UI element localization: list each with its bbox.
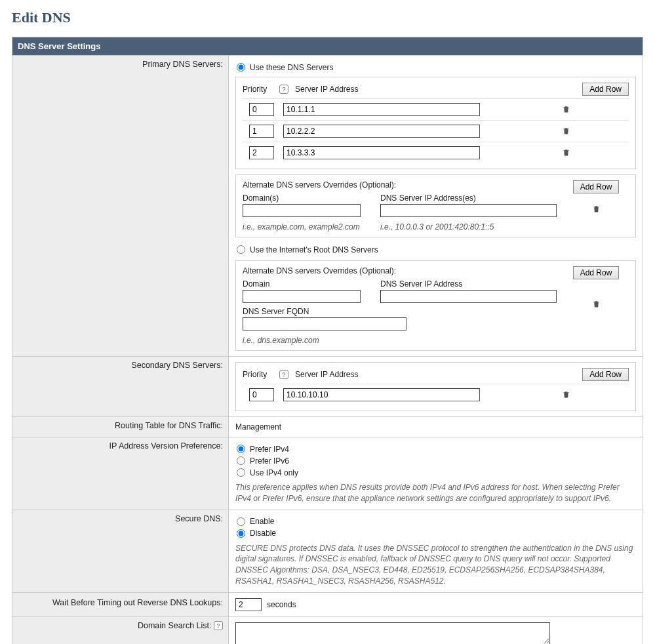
radio-secure-disable-label: Disable [250, 529, 276, 538]
radio-prefer-ipv6-label: Prefer IPv6 [250, 456, 289, 466]
radio-ipv4-only[interactable] [237, 468, 245, 477]
add-row-button[interactable]: Add Row [573, 266, 620, 279]
priority-input[interactable] [249, 146, 274, 159]
ippref-desc: This preference applies when DNS results… [235, 482, 636, 504]
radio-secure-enable-label: Enable [250, 517, 274, 526]
page-title: Edit DNS [12, 9, 643, 26]
add-row-button[interactable]: Add Row [582, 368, 629, 381]
server-ip-input[interactable] [283, 125, 480, 138]
trash-icon[interactable] [562, 390, 571, 400]
secondary-value-cell: Priority ? Server IP Address Add Row [229, 357, 643, 417]
wait-cell: seconds [229, 592, 643, 616]
table-row [243, 142, 629, 163]
routing-value: Management [229, 417, 643, 437]
radio-use-root[interactable] [237, 245, 245, 254]
secure-label: Secure DNS: [12, 510, 229, 592]
alt2-title: Alternate DNS servers Overrides (Optiona… [243, 266, 557, 275]
radio-ipv4-only-label: Use IPv4 only [250, 468, 298, 477]
radio-prefer-ipv4[interactable] [237, 445, 245, 453]
wait-unit: seconds [267, 600, 296, 609]
alt-overrides-box-1: Alternate DNS servers Overrides (Optiona… [235, 174, 636, 237]
primary-servers-box: Priority ? Server IP Address Add Row [235, 77, 636, 169]
alt2-fqdn-label: DNS Server FQDN [243, 307, 557, 316]
priority-input[interactable] [249, 103, 274, 116]
dns-settings-table: DNS Server Settings Primary DNS Servers:… [12, 37, 643, 644]
alt1-ip-input[interactable] [380, 204, 557, 217]
ippref-cell: Prefer IPv4 Prefer IPv6 Use IPv4 only Th… [229, 437, 643, 510]
secure-cell: Enable Disable SECURE DNS protects DNS d… [229, 510, 643, 592]
ippref-label: IP Address Version Preference: [12, 437, 229, 510]
wait-input[interactable] [235, 598, 262, 611]
alt1-title: Alternate DNS servers Overrides (Optiona… [243, 180, 557, 190]
radio-secure-enable[interactable] [237, 517, 245, 526]
trash-icon[interactable] [562, 104, 571, 115]
alt2-fqdn-input[interactable] [243, 317, 407, 331]
alt1-hint-ip: i.e., 10.0.0.3 or 2001:420:80:1::5 [380, 222, 557, 231]
radio-use-these-label: Use these DNS Servers [250, 63, 333, 72]
alt2-hint-fqdn: i.e., dns.example.com [243, 336, 557, 345]
table-row [243, 120, 629, 142]
radio-use-these[interactable] [237, 63, 245, 71]
help-icon[interactable]: ? [214, 621, 223, 630]
alt1-domain-label: Domain(s) [243, 193, 361, 203]
search-label: Domain Search List: [138, 621, 212, 630]
secondary-label: Secondary DNS Servers: [12, 357, 229, 417]
radio-prefer-ipv4-label: Prefer IPv4 [250, 445, 289, 454]
search-cell: Separate multiple entries with commas. M… [229, 616, 643, 644]
help-icon[interactable]: ? [279, 85, 288, 94]
trash-icon[interactable] [591, 204, 601, 214]
add-row-button[interactable]: Add Row [573, 180, 620, 193]
server-ip-input[interactable] [283, 103, 480, 116]
priority-input[interactable] [249, 388, 274, 401]
alt1-hint-domain: i.e., example.com, example2.com [243, 222, 361, 231]
alt2-ip-label: DNS Server IP Address [380, 279, 557, 289]
search-label-cell: Domain Search List: ? [12, 616, 229, 644]
primary-value-cell: Use these DNS Servers Priority ? Server … [229, 56, 643, 357]
priority-input[interactable] [249, 125, 274, 138]
table-row [243, 384, 629, 405]
secondary-servers-box: Priority ? Server IP Address Add Row [235, 362, 636, 411]
section-header: DNS Server Settings [12, 37, 643, 56]
table-row [243, 98, 629, 120]
alt2-domain-label: Domain [243, 279, 361, 289]
alt1-ip-label: DNS Server IP Address(es) [380, 193, 557, 203]
col-server-ip: Server IP Address [295, 370, 359, 379]
trash-icon[interactable] [562, 148, 571, 158]
radio-prefer-ipv6[interactable] [237, 456, 245, 465]
secure-desc: SECURE DNS protects DNS data. It uses th… [235, 543, 636, 587]
trash-icon[interactable] [591, 299, 601, 310]
col-priority: Priority [243, 85, 277, 94]
radio-secure-disable[interactable] [237, 529, 245, 538]
wait-label: Wait Before Timing out Reverse DNS Looku… [12, 592, 229, 616]
col-server-ip: Server IP Address [295, 85, 359, 94]
add-row-button[interactable]: Add Row [582, 83, 629, 96]
alt2-domain-input[interactable] [243, 290, 361, 303]
col-priority: Priority [243, 370, 277, 379]
primary-label: Primary DNS Servers: [12, 56, 229, 357]
radio-use-root-label: Use the Internet's Root DNS Servers [250, 245, 378, 254]
trash-icon[interactable] [562, 126, 571, 136]
alt2-ip-input[interactable] [380, 290, 557, 303]
routing-label: Routing Table for DNS Traffic: [12, 417, 229, 437]
search-textarea[interactable] [235, 622, 550, 644]
alt-overrides-box-2: Alternate DNS servers Overrides (Optiona… [235, 260, 636, 351]
server-ip-input[interactable] [283, 146, 480, 159]
server-ip-input[interactable] [283, 388, 480, 401]
alt1-domain-input[interactable] [243, 204, 361, 217]
help-icon[interactable]: ? [279, 370, 288, 379]
